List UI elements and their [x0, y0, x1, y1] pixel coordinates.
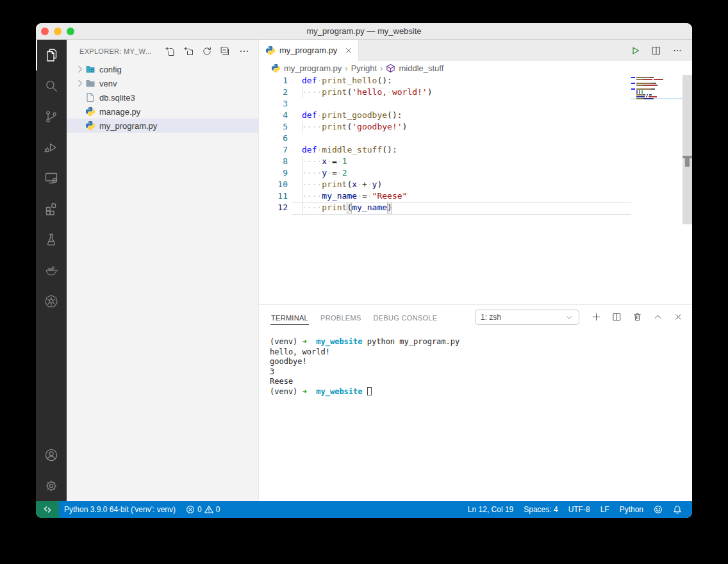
feedback-button[interactable] [649, 501, 668, 518]
panel-tab-debug-console[interactable]: DEBUG CONSOLE [373, 311, 438, 324]
code-line-2[interactable]: 2····print('hello,·world!') [259, 87, 631, 98]
code-line-7[interactable]: 7def·middle_stuff(): [259, 144, 631, 156]
scrollbar-thumb[interactable] [682, 75, 692, 224]
chevron-down-icon [565, 313, 574, 322]
tab-my-program[interactable]: my_program.py [259, 40, 359, 61]
explorer-more-actions-button[interactable] [239, 46, 249, 56]
eol-status[interactable]: LF [595, 501, 615, 518]
language-mode-status[interactable]: Python [615, 501, 649, 518]
code-line-4[interactable]: 4def·print_goodbye(): [259, 110, 631, 121]
encoding-status[interactable]: UTF-8 [563, 501, 595, 518]
activity-bar-explorer[interactable] [36, 40, 67, 70]
panel-tab-problems[interactable]: PROBLEMS [320, 311, 362, 324]
code-line-6[interactable]: 6 [259, 133, 631, 144]
breadcrumb-file[interactable]: my_program.py [284, 63, 342, 73]
line-number: 1 [259, 75, 288, 87]
line-number: 9 [259, 167, 288, 179]
editor-more-actions-button[interactable] [672, 46, 682, 56]
minimap-token [656, 85, 658, 86]
activity-bar-account[interactable] [36, 440, 67, 470]
problems-status[interactable]: 0 0 [181, 501, 225, 518]
code-line-12[interactable]: 12····print(my_name) [259, 202, 631, 213]
editor-actions [630, 40, 692, 61]
breadcrumb-separator: › [345, 63, 347, 73]
zoom-window-button[interactable] [67, 28, 74, 35]
minimap-token [631, 90, 636, 92]
activity-bar-testing[interactable] [36, 224, 67, 255]
code-token: my_name [322, 190, 357, 202]
refresh-explorer-button[interactable] [202, 46, 212, 56]
remote-indicator[interactable] [36, 501, 59, 518]
remote-explorer-icon [44, 170, 59, 186]
activity-bar-run-debug[interactable] [36, 132, 67, 163]
code-line-3[interactable]: 3 [259, 98, 631, 110]
window-controls [41, 28, 74, 35]
file-tree-item-manage.py[interactable]: manage.py [67, 104, 258, 119]
terminal-output[interactable]: (venv) ➜ my_website python my_program.py… [259, 329, 692, 501]
file-tree-item-my_program.py[interactable]: my_program.py [67, 119, 258, 133]
split-editor-button[interactable] [651, 46, 661, 56]
code-token: = [332, 167, 337, 179]
close-panel-button[interactable] [674, 312, 683, 322]
activity-bar-search[interactable] [36, 70, 67, 101]
account-icon [44, 447, 59, 463]
file-tree-item-venv[interactable]: venv [67, 76, 258, 90]
run-python-file-button[interactable] [630, 46, 640, 56]
activity-bar-extensions[interactable] [36, 194, 67, 224]
code-token: print [322, 87, 347, 98]
code-line-8[interactable]: 8····x·=·1 [259, 156, 631, 167]
close-tab-icon[interactable] [344, 46, 353, 55]
terminal-text: goodbye! [270, 357, 307, 366]
minimap-token [631, 92, 636, 94]
code-token: "Reese" [372, 190, 408, 202]
activity-bar-settings[interactable] [36, 470, 67, 501]
minimap[interactable] [631, 77, 682, 100]
breadcrumb-module[interactable]: Pyright [351, 63, 377, 73]
terminal-line: 3 [270, 367, 692, 377]
python-interpreter-status[interactable]: Python 3.9.0 64-bit ('venv': venv) [59, 501, 181, 518]
indentation-status[interactable]: Spaces: 4 [518, 501, 563, 518]
minimap-token [636, 85, 643, 86]
file-label: config [99, 65, 122, 74]
panel-tab-terminal[interactable]: TERMINAL [270, 311, 309, 325]
code-token: = [362, 190, 367, 202]
breadcrumb-symbol[interactable]: middle_stuff [399, 63, 443, 73]
desktop-background: { "colors": { "status_bar_bg": "#007acc"… [0, 0, 728, 564]
panel-tabs: TERMINALPROBLEMSDEBUG CONSOLE [270, 311, 449, 323]
code-token: ) [427, 87, 433, 98]
code-line-5[interactable]: 5····print('goodbye!') [259, 121, 631, 133]
minimap-token [644, 85, 656, 86]
new-folder-button[interactable] [183, 46, 194, 56]
activity-bar-source-control[interactable] [36, 101, 67, 132]
code-line-11[interactable]: 11····my_name·=·"Reese" [259, 190, 631, 202]
code-token: = [332, 156, 337, 167]
split-terminal-button[interactable] [612, 312, 622, 322]
new-terminal-button[interactable] [592, 312, 601, 322]
code-token: · [317, 144, 322, 156]
activity-bar-remote-explorer[interactable] [36, 163, 67, 194]
status-bar: Python 3.9.0 64-bit ('venv': venv) 0 0 L… [36, 501, 692, 518]
editor-scrollbar[interactable] [682, 75, 692, 304]
activity-bar-docker[interactable] [36, 255, 67, 286]
close-window-button[interactable] [41, 28, 49, 35]
notifications-bell-button[interactable] [668, 501, 687, 518]
new-file-button[interactable] [165, 46, 175, 56]
code-line-1[interactable]: 1def·print_hello(): [259, 75, 631, 87]
code-editor[interactable]: 1def·print_hello():2····print('hello,·wo… [259, 75, 692, 304]
activity-bar-kubernetes[interactable] [36, 286, 67, 317]
file-tree-item-db.sqlite3[interactable]: db.sqlite3 [67, 90, 258, 104]
search-icon [44, 78, 59, 94]
code-line-9[interactable]: 9····y·=·2 [259, 167, 631, 179]
minimize-window-button[interactable] [54, 28, 62, 35]
code-token: ···· [302, 156, 322, 167]
cursor-position-status[interactable]: Ln 12, Col 19 [463, 501, 518, 518]
file-tree-item-config[interactable]: config [67, 62, 258, 76]
minimap-line [631, 81, 682, 82]
kill-terminal-button[interactable] [633, 312, 642, 322]
maximize-panel-button[interactable] [653, 312, 663, 322]
panel-header: TERMINALPROBLEMSDEBUG CONSOLE 1: zsh [259, 305, 692, 329]
collapse-folders-button[interactable] [220, 46, 231, 56]
chevron-right-icon [75, 64, 85, 74]
code-line-10[interactable]: 10····print(x·+·y) [259, 179, 631, 190]
terminal-shell-select[interactable]: 1: zsh [475, 310, 579, 325]
